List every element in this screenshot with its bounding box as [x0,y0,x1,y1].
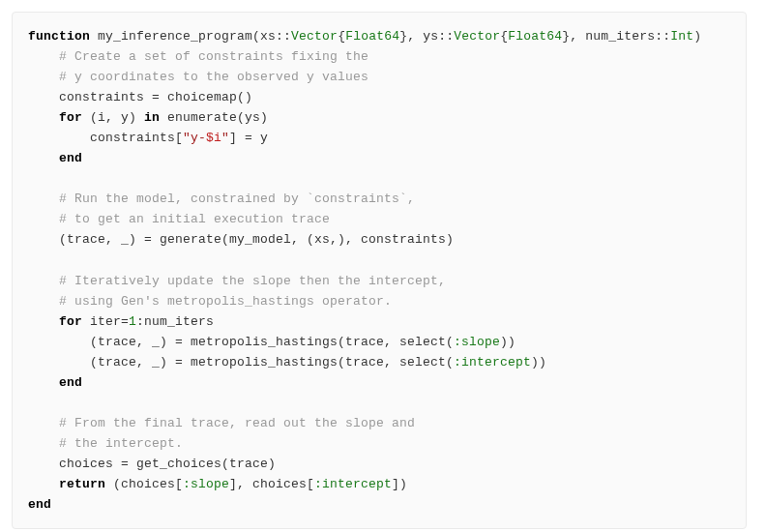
code-text: (choices[ [105,477,183,491]
code-text: )) [531,355,546,369]
code-text: ]) [392,477,407,491]
comma: , [570,29,585,44]
comment: # y coordinates to the observed y values [59,70,368,84]
code-text: y [252,131,268,145]
type-int: Int [670,29,693,44]
code-text: (trace, _) [59,232,144,247]
eq: = [144,232,152,247]
type-float64: Float64 [345,29,399,44]
brace: { [338,29,345,44]
dcolon: :: [276,29,291,44]
code-text: generate(my_model, (xs,), constraints) [152,232,454,247]
keyword-for: for [59,314,82,329]
keyword-end: end [28,497,51,512]
comma: , [407,29,423,44]
eq: = [245,131,252,145]
punct: ( [252,29,260,44]
keyword-end: end [59,375,82,390]
param-ys: ys [423,29,438,44]
code-text: choicemap() [160,90,252,104]
dcolon: :: [655,29,670,44]
eq: = [175,335,183,349]
comment: # Create a set of constraints fixing the [59,49,368,64]
param-xs: xs [260,29,276,44]
eq: = [175,355,183,369]
code-text: metropolis_hastings(trace, select( [183,335,454,349]
code-text: constraints [59,90,152,104]
comment: # to get an initial execution trace [59,212,330,226]
comment: # Run the model, constrained by `constra… [59,192,415,206]
code-text: ], choices[ [229,477,314,491]
symbol-intercept: :intercept [314,477,392,491]
function-name: my_inference_program [98,29,252,44]
colon: : [136,314,144,329]
code-text: )) [500,335,516,349]
keyword-return: return [59,477,105,491]
code-text: (trace, _) [90,335,175,349]
code-text: (i, y) [82,110,144,125]
keyword-function: function [28,29,90,44]
symbol-intercept: :intercept [454,355,531,369]
paren: ) [693,29,701,44]
code-text: choices [59,457,121,471]
string: "y- [183,131,206,145]
type-float64: Float64 [508,29,562,44]
code-text: enumerate(ys) [160,110,268,125]
dcolon: :: [438,29,454,44]
code-text: ] [229,131,245,145]
keyword-for: for [59,110,82,125]
code-block: function my_inference_program(xs::Vector… [12,12,747,529]
eq: = [121,457,129,471]
comment: # Iteratively update the slope then the … [59,274,446,288]
code-text: constraints[ [90,131,183,145]
number: 1 [129,314,136,329]
comment: # From the final trace, read out the slo… [59,416,415,430]
code-text: iter [82,314,121,329]
comment: # using Gen's metropolis_hastings operat… [59,294,392,309]
code-text: metropolis_hastings(trace, select( [183,355,454,369]
keyword-in: in [144,110,160,125]
type-vector: Vector [291,29,338,44]
symbol-slope: :slope [183,477,229,491]
code-text: (trace, _) [90,355,175,369]
comment: # the intercept. [59,436,183,451]
eq: = [121,314,129,329]
code-text: get_choices(trace) [129,457,276,471]
type-vector: Vector [454,29,500,44]
code-content: function my_inference_program(xs::Vector… [28,26,730,515]
brace: } [399,29,407,44]
param-numiters: num_iters [585,29,655,44]
eq: = [152,90,160,104]
string-interp: $i [206,131,221,145]
symbol-slope: :slope [454,335,500,349]
keyword-end: end [59,151,82,165]
code-text: num_iters [144,314,214,329]
string: " [221,131,229,145]
